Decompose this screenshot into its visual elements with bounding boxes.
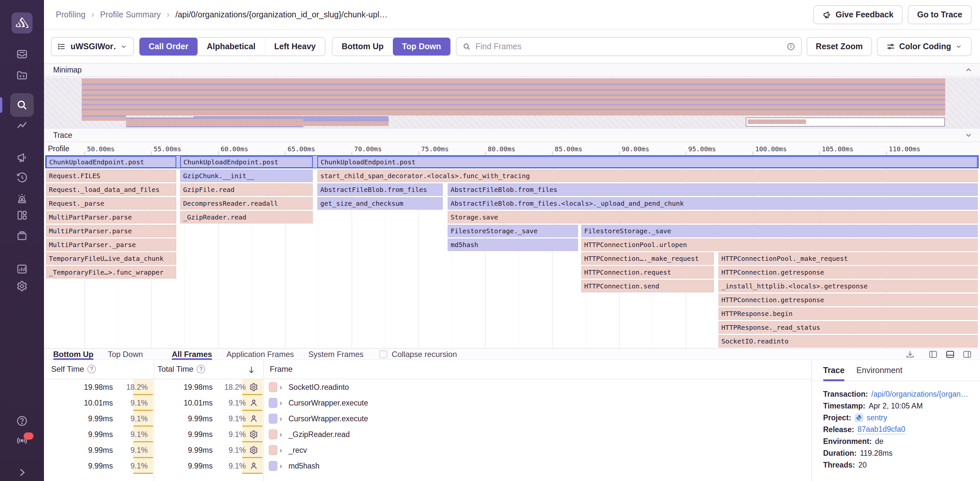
frame-name[interactable]: md5hash bbox=[288, 458, 320, 474]
sort-descending-icon[interactable] bbox=[247, 365, 256, 375]
flame-frame[interactable]: TemporaryFileU…ive_data_chunk bbox=[46, 252, 176, 265]
table-row[interactable]: 9.99ms9.1%9.99ms9.1%›md5hash bbox=[44, 458, 811, 474]
flame-frame[interactable]: SocketIO.readinto bbox=[718, 335, 978, 348]
frame-name[interactable]: CursorWrapper.execute bbox=[288, 411, 368, 427]
download-icon[interactable] bbox=[905, 349, 915, 359]
column-self-time[interactable]: Self Time? bbox=[51, 365, 96, 374]
column-frame[interactable]: Frame bbox=[270, 365, 293, 374]
flame-frame[interactable]: md5hash bbox=[448, 238, 578, 251]
flame-frame[interactable]: MultiPartParser.parse bbox=[46, 225, 176, 237]
flame-frame[interactable]: GzipFile.read bbox=[180, 183, 313, 196]
table-row[interactable]: 10.01ms9.1%10.01ms9.1%›CursorWrapper.exe… bbox=[44, 395, 811, 411]
breadcrumb-profiling[interactable]: Profiling bbox=[56, 10, 85, 19]
expand-chevron-icon[interactable]: › bbox=[280, 415, 282, 423]
flame-frame[interactable]: Storage.save bbox=[448, 211, 978, 224]
sort-call-order-button[interactable]: Call Order bbox=[140, 38, 197, 56]
performance-zigzag-icon[interactable] bbox=[16, 120, 28, 132]
chevron-down-icon[interactable] bbox=[964, 131, 973, 140]
flame-frame[interactable]: AbstractFileBlob.from_files bbox=[317, 183, 443, 196]
sentry-logo[interactable] bbox=[11, 13, 32, 33]
flame-frame[interactable]: Request._load_data_and_files bbox=[46, 183, 176, 196]
table-row[interactable]: 9.99ms9.1%9.99ms9.1%›_recv bbox=[44, 442, 811, 458]
flame-frame[interactable]: HTTPConnection.getresponse bbox=[718, 294, 978, 306]
chevron-up-icon[interactable] bbox=[964, 66, 973, 74]
tab-environment[interactable]: Environment bbox=[856, 360, 902, 381]
table-row[interactable]: 9.99ms9.1%9.99ms9.1%›CursorWrapper.execu… bbox=[44, 411, 811, 427]
flame-frame[interactable]: ChunkUploadEndpoint.post bbox=[180, 156, 313, 168]
flame-frame[interactable]: HTTPConnection.request bbox=[581, 266, 714, 279]
help-circle-icon[interactable]: ? bbox=[87, 365, 96, 373]
expand-chevron-icon[interactable]: › bbox=[280, 383, 282, 392]
sort-alphabetical-button[interactable]: Alphabetical bbox=[197, 38, 265, 56]
flame-frame[interactable]: DecompressReader.readall bbox=[180, 197, 313, 210]
tab-system-frames[interactable]: System Frames bbox=[309, 349, 364, 360]
flame-frame[interactable]: _GzipReader.read bbox=[180, 211, 313, 224]
flame-frame[interactable]: MultiPartParser._parse bbox=[46, 238, 176, 251]
tab-trace[interactable]: Trace bbox=[823, 360, 845, 381]
column-total-time[interactable]: Total Time? bbox=[158, 365, 205, 374]
flame-frame[interactable]: Request._parse bbox=[46, 197, 176, 210]
minimap-viewport[interactable] bbox=[746, 117, 945, 127]
help-circle-icon[interactable]: ? bbox=[197, 365, 205, 373]
bottom-up-button[interactable]: Bottom Up bbox=[332, 38, 393, 56]
layout-bottom-panel-icon[interactable] bbox=[945, 349, 955, 359]
collapse-recursion-checkbox[interactable] bbox=[379, 351, 387, 358]
expand-chevron-icon[interactable] bbox=[16, 467, 28, 478]
flame-frame[interactable]: HTTPConnectionPool.urlopen bbox=[581, 238, 978, 251]
flame-frame[interactable]: HTTPConnection…._make_request bbox=[581, 252, 714, 265]
detail-value[interactable]: 87aab1d9cfa0 bbox=[858, 425, 905, 434]
code-folder-icon[interactable] bbox=[16, 70, 28, 81]
tab-all-frames[interactable]: All Frames bbox=[172, 349, 212, 360]
table-row[interactable]: 9.99ms9.1%9.99ms9.1%›_GzipReader.read bbox=[44, 427, 811, 442]
flame-frame[interactable]: ChunkUploadEndpoint.post bbox=[46, 156, 176, 168]
flame-frame[interactable]: HTTPConnection.getresponse bbox=[718, 266, 978, 279]
collapse-recursion-toggle[interactable]: Collapse recursion bbox=[379, 350, 457, 359]
flame-frame[interactable]: get_size_and_checksum bbox=[317, 197, 443, 210]
frame-name[interactable]: _GzipReader.read bbox=[288, 427, 350, 442]
expand-chevron-icon[interactable]: › bbox=[280, 462, 282, 470]
minimap-header[interactable]: Minimap bbox=[44, 63, 980, 77]
flame-frame[interactable]: start_child_span_decorator.<locals>.func… bbox=[317, 170, 978, 182]
flame-frame[interactable]: MultiPartParser.parse bbox=[46, 211, 176, 224]
archive-box-icon[interactable] bbox=[16, 230, 28, 241]
flame-frame[interactable]: HTTPResponse._read_status bbox=[718, 321, 978, 334]
frame-name[interactable]: SocketIO.readinto bbox=[288, 379, 349, 395]
explore-search-icon[interactable] bbox=[16, 99, 28, 111]
color-coding-dropdown[interactable]: Color Coding bbox=[877, 37, 972, 56]
dashboards-grid-icon[interactable] bbox=[16, 210, 28, 221]
expand-chevron-icon[interactable]: › bbox=[280, 399, 282, 408]
reset-zoom-button[interactable]: Reset Zoom bbox=[807, 37, 872, 56]
thread-selector-dropdown[interactable]: uWSGIWor… bbox=[51, 37, 134, 56]
tab-application-frames[interactable]: Application Frames bbox=[226, 349, 294, 360]
detail-value[interactable]: /api/0/organizations/{organ… bbox=[871, 390, 968, 398]
issues-icon[interactable] bbox=[16, 48, 28, 60]
tab-bottom-up[interactable]: Bottom Up bbox=[53, 349, 94, 360]
find-frames-search[interactable] bbox=[456, 37, 802, 56]
megaphone-icon[interactable] bbox=[16, 152, 28, 164]
flame-frame[interactable]: AbstractFileBlob.from_files.<locals>._up… bbox=[448, 197, 978, 210]
alerts-siren-icon[interactable] bbox=[16, 193, 28, 205]
flame-frame[interactable]: HTTPConnectionPool._make_request bbox=[718, 252, 978, 265]
layout-left-panel-icon[interactable] bbox=[928, 349, 938, 359]
tab-top-down[interactable]: Top Down bbox=[108, 349, 143, 360]
flamegraph[interactable]: ChunkUploadEndpoint.postChunkUploadEndpo… bbox=[44, 155, 980, 348]
stats-chart-icon[interactable] bbox=[16, 263, 28, 275]
flame-frame[interactable]: GzipChunk.__init__ bbox=[180, 170, 313, 182]
frame-name[interactable]: _recv bbox=[288, 442, 307, 458]
flame-frame[interactable]: Request.FILES bbox=[46, 170, 176, 182]
flame-frame[interactable]: FilestoreStorage._save bbox=[581, 225, 978, 237]
expand-chevron-icon[interactable]: › bbox=[280, 430, 282, 439]
minimap[interactable] bbox=[44, 78, 980, 128]
detail-value[interactable]: sentry bbox=[867, 413, 888, 422]
expand-chevron-icon[interactable]: › bbox=[280, 446, 282, 455]
trace-section-header[interactable]: Trace bbox=[44, 128, 980, 142]
help-icon[interactable] bbox=[16, 415, 28, 427]
flame-frame[interactable]: FilestoreStorage._save bbox=[448, 225, 578, 237]
give-feedback-button[interactable]: Give Feedback bbox=[813, 5, 902, 24]
frame-name[interactable]: CursorWrapper.execute bbox=[288, 395, 368, 411]
sort-left-heavy-button[interactable]: Left Heavy bbox=[265, 38, 325, 56]
table-row[interactable]: 19.98ms18.2%19.98ms18.2%›SocketIO.readin… bbox=[44, 379, 811, 395]
search-input[interactable] bbox=[476, 42, 782, 51]
flame-frame[interactable]: AbstractFileBlob.from_files bbox=[448, 183, 978, 196]
flame-frame[interactable]: HTTPResponse.begin bbox=[718, 308, 978, 320]
